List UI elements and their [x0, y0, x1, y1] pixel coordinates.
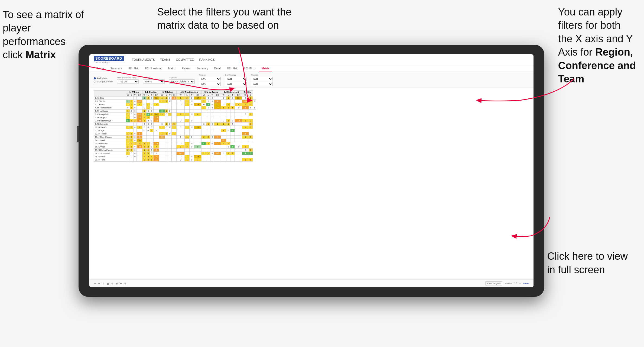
nav-menu: TOURNAMENTS TEAMS COMMITTEE RANKINGS [132, 57, 215, 62]
matrix-cell [136, 110, 142, 113]
matrix-cell [165, 106, 168, 110]
annotation-right-line3: the X axis and Y [558, 33, 633, 44]
toolbar-fullscreen[interactable]: ⛶ [515, 282, 517, 285]
matrix-cell: 4 [206, 103, 210, 106]
matrix-cell: 0 [133, 139, 136, 142]
matrix-cell: 0 [168, 110, 171, 113]
matrix-cell [136, 129, 142, 132]
matrix-cell [235, 149, 242, 152]
tab-h2h-grid[interactable]: H2H Grid [125, 65, 142, 72]
matrix-cell [165, 103, 168, 106]
toolbar-gear[interactable]: ⚙ [124, 282, 126, 285]
toolbar-settings[interactable]: ✱ [120, 282, 122, 285]
matrix-cell: 1 [165, 132, 168, 136]
matrix-cell: 1 [242, 158, 249, 162]
tab-teams[interactable]: Teams [94, 65, 107, 72]
matrix-cell: 11 [214, 106, 221, 110]
tab-players[interactable]: Players [179, 65, 193, 72]
matrix-cell: 1 [226, 97, 230, 100]
tab-matrix[interactable]: Matrix [165, 65, 178, 72]
toolbar-redo[interactable]: ↪ [98, 282, 100, 285]
matrix-cell [249, 116, 253, 119]
matrix-cell: 17 [194, 97, 201, 100]
matrix-cell [165, 158, 168, 162]
matrix-cell [230, 126, 235, 129]
matrix-cell [221, 136, 226, 139]
matrix-cell [171, 100, 177, 103]
matrix-cell: -15 [177, 152, 185, 155]
matrix-cell: 0 [147, 110, 150, 113]
matrix-cell [194, 142, 201, 145]
matrix-cell: 0 [242, 113, 249, 116]
matrix-cell [177, 129, 185, 132]
matrix-cell [168, 106, 171, 110]
matrix-cell: 0 [221, 119, 226, 123]
filter-region-select2[interactable]: N/A [199, 82, 221, 86]
matrix-cell: 3 [147, 158, 150, 162]
toolbar-undo[interactable]: ↩ [94, 282, 96, 285]
tab-h2h-heatmap[interactable]: H2H Heatmap [142, 65, 165, 72]
matrix-cell: 0 [150, 110, 154, 113]
matrix-cell: 1 [136, 126, 142, 129]
sub-l5: L [206, 94, 210, 97]
matrix-cell [206, 132, 210, 136]
toolbar-share[interactable]: Share [523, 282, 529, 285]
matrix-cell [210, 145, 214, 149]
filter-region: Region N/A N/A [199, 74, 221, 86]
matrix-cell [171, 106, 177, 110]
matrix-cell: 0 [210, 152, 214, 155]
matrix-area[interactable]: 1. W Ding 2. L Clanton 3. J Koivun 4. M … [89, 88, 534, 279]
matrix-cell: 0 [150, 149, 154, 152]
nav-teams[interactable]: TEAMS [160, 57, 171, 62]
toolbar-dots[interactable]: ⋯ [519, 282, 521, 285]
filter-region-select[interactable]: N/A [199, 77, 221, 81]
matrix-cell: 1 [185, 136, 190, 139]
matrix-cell [201, 126, 206, 129]
matrix-cell: 2 [133, 119, 136, 123]
matrix-cell [136, 158, 142, 162]
filter-conference-select2[interactable]: (All) [225, 82, 247, 86]
toolbar-view-original[interactable]: View: Original [485, 281, 502, 285]
matrix-cell: 0 [133, 145, 136, 149]
tab-summary[interactable]: Summary [108, 65, 125, 72]
toolbar-expand[interactable]: ⊞ [116, 282, 118, 285]
view-compact[interactable]: Compact View [94, 80, 113, 83]
tab-summary2[interactable]: Summary [194, 65, 211, 72]
matrix-cell: 1 [249, 113, 253, 116]
filter-bar: Full View Compact View Max players in vi… [89, 72, 534, 88]
matrix-cell: 1 [206, 142, 210, 145]
nav-committee[interactable]: COMMITTEE [176, 57, 194, 62]
matrix-cell [177, 132, 185, 136]
matrix-cell [147, 132, 150, 136]
matrix-cell [214, 158, 221, 162]
filter-conference-select[interactable]: (All) [225, 77, 247, 81]
matrix-cell: -11 [153, 158, 159, 162]
tab-h2h-grid2[interactable]: H2H Grid [224, 65, 241, 72]
matrix-cell [159, 129, 165, 132]
matrix-cell: 0 [189, 155, 194, 158]
annotation-topright: You can apply filters for both the X axi… [558, 5, 636, 86]
toolbar-refresh[interactable]: ↺ [102, 282, 105, 285]
nav-rankings[interactable]: RANKINGS [199, 57, 215, 62]
matrix-cell: 0 [133, 126, 136, 129]
matrix-cell [185, 152, 190, 155]
matrix-cell [177, 139, 185, 142]
matrix-cell: 1 [142, 97, 147, 100]
filter-maxplayers-select[interactable]: Top 25 [117, 79, 139, 84]
filter-players-label: Players [251, 74, 273, 76]
tab-h2hth[interactable]: H2HTH... [242, 65, 258, 72]
filter-gender-select[interactable]: Men's [143, 79, 165, 84]
toolbar-watch[interactable]: Watch ▾ [505, 282, 512, 285]
toolbar-add[interactable]: ⊕ [111, 282, 113, 285]
filter-players-select2[interactable]: (All) [251, 82, 273, 86]
view-full[interactable]: Full View [94, 77, 113, 80]
matrix-cell [206, 113, 210, 116]
tab-detail[interactable]: Detail [212, 65, 224, 72]
toolbar-grid[interactable]: ▦ [107, 282, 109, 285]
annotation-line2: player performances [3, 22, 66, 47]
nav-tournaments[interactable]: TOURNAMENTS [132, 57, 155, 62]
filter-division-select[interactable]: NCAA Division I [169, 79, 195, 84]
filter-players-select[interactable]: (All) [251, 77, 273, 81]
matrix-cell [189, 132, 194, 136]
tab-matrix-active[interactable]: Matrix [259, 65, 272, 72]
